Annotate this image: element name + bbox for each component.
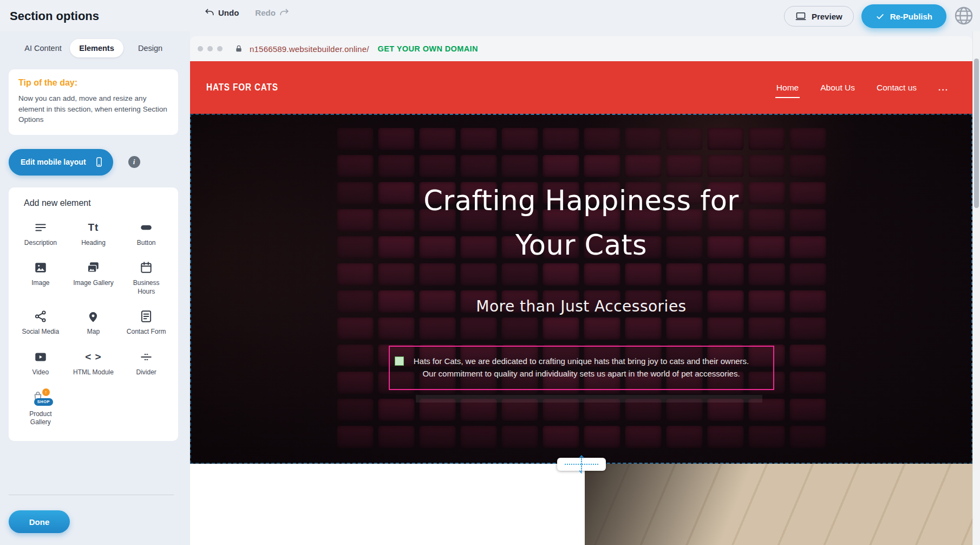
phone-icon [94, 157, 104, 167]
done-button[interactable]: Done [9, 510, 70, 533]
element-contact-form[interactable]: Contact Form [120, 309, 173, 336]
image-gallery-icon [86, 260, 100, 275]
element-image[interactable]: Image [14, 260, 67, 296]
resize-handle[interactable] [395, 356, 404, 366]
window-dot [207, 46, 213, 51]
tip-of-the-day-card: Tip of the day: Now you can add, move an… [9, 69, 178, 135]
element-map[interactable]: Map [67, 309, 120, 336]
hover-highlight-bar [416, 395, 762, 403]
browser-chrome-bar: n1566589.websitebuilder.online/ GET YOUR… [190, 36, 972, 61]
redo-icon [279, 8, 289, 17]
html-module-icon: < > [85, 349, 101, 365]
scrollbar-thumb[interactable] [974, 59, 979, 208]
window-dot [198, 46, 203, 51]
element-label: Social Media [22, 328, 59, 336]
hero-description-selected[interactable]: Hats for Cats, we are dedicated to craft… [389, 346, 774, 390]
edit-mobile-layout-button[interactable]: Edit mobile layout [9, 149, 113, 176]
sidebar-divider [9, 495, 174, 495]
language-globe-button[interactable] [953, 5, 975, 27]
paving-photo [585, 464, 972, 545]
undo-icon [205, 8, 214, 17]
hero-subheading[interactable]: More than Just Accessories [476, 297, 686, 315]
hero-section-selected[interactable]: Crafting Happiness for Your Cats More th… [190, 114, 972, 464]
window-dot [217, 46, 223, 51]
get-domain-link[interactable]: GET YOUR OWN DOMAIN [378, 44, 478, 53]
element-social-media[interactable]: Social Media [14, 309, 67, 336]
site-header: HATS FOR CATS Home About Us Contact us .… [190, 61, 972, 114]
hero-description-line1: Hats for Cats, we are dedicated to craft… [394, 355, 769, 367]
element-label: Map [87, 328, 100, 336]
element-label: Image [31, 279, 49, 288]
website-builder-app: Section options Undo Redo Preview Re-Pub… [0, 0, 980, 545]
topbar-actions: Preview Re-Publish [784, 4, 946, 28]
next-section[interactable] [190, 464, 972, 545]
element-image-gallery[interactable]: Image Gallery [67, 260, 120, 296]
element-label: Business Hours [125, 279, 167, 296]
element-label: Product Gallery [19, 410, 62, 427]
address-bar-url: n1566589.websitebuilder.online/ [250, 44, 369, 54]
element-label: Divider [136, 368, 156, 377]
button-icon [139, 220, 153, 235]
image-icon [34, 260, 48, 275]
description-icon [34, 220, 48, 235]
element-description[interactable]: Description [14, 220, 67, 248]
checkmark-icon [876, 12, 885, 21]
element-heading[interactable]: Tt Heading [67, 220, 120, 248]
section-resize-handle[interactable] [557, 458, 606, 471]
site-nav: Home About Us Contact us ... [775, 80, 950, 96]
add-new-element-panel: Add new element Description Tt Heading B… [9, 187, 178, 441]
hero-description-line2: Our commitment to quality and individual… [394, 367, 769, 380]
lock-icon [234, 44, 243, 53]
element-html-module[interactable]: < > HTML Module [67, 349, 120, 377]
element-label: Button [137, 239, 156, 248]
preview-button[interactable]: Preview [784, 6, 854, 27]
edit-mobile-row: Edit mobile layout i [9, 149, 178, 176]
section-options-sidebar: AI Content Elements Design Tip of the da… [0, 31, 190, 545]
hero-content: Crafting Happiness for Your Cats More th… [190, 114, 972, 464]
window-control-dots [198, 46, 223, 51]
topbar: Section options Undo Redo Preview Re-Pub… [0, 0, 980, 31]
upgrade-badge-icon: ↑ [42, 388, 50, 396]
element-label: Contact Form [127, 328, 166, 336]
hero-heading[interactable]: Crafting Happiness for Your Cats [397, 179, 766, 267]
heading-icon: Tt [88, 220, 99, 235]
editor-canvas: n1566589.websitebuilder.online/ GET YOUR… [190, 31, 972, 545]
element-label: Description [24, 239, 57, 248]
info-icon[interactable]: i [128, 156, 140, 168]
element-product-gallery[interactable]: SHOP ↑ Product Gallery [14, 390, 67, 427]
shop-pill-label: SHOP [34, 398, 53, 406]
tab-design[interactable]: Design [123, 39, 177, 57]
element-label: Image Gallery [73, 279, 114, 288]
redo-label: Redo [255, 8, 276, 17]
element-video[interactable]: Video [14, 349, 67, 377]
element-business-hours[interactable]: Business Hours [120, 260, 173, 296]
tip-title: Tip of the day: [18, 78, 168, 88]
site-logo[interactable]: HATS FOR CATS [206, 82, 278, 93]
undo-button[interactable]: Undo [205, 8, 239, 17]
page-scrollbar [972, 31, 980, 545]
nav-more-menu[interactable]: ... [937, 80, 950, 96]
republish-button[interactable]: Re-Publish [861, 4, 946, 28]
element-grid: Description Tt Heading Button Image Imag… [14, 220, 173, 427]
nav-about-us[interactable]: About Us [819, 80, 856, 96]
element-label: HTML Module [73, 368, 114, 377]
republish-label: Re-Publish [890, 12, 932, 21]
business-hours-icon [139, 260, 153, 275]
product-gallery-icon: SHOP ↑ [31, 390, 50, 406]
site-preview: HATS FOR CATS Home About Us Contact us .… [190, 61, 972, 545]
video-icon [34, 349, 48, 365]
element-divider[interactable]: Divider [120, 349, 173, 377]
nav-contact-us[interactable]: Contact us [876, 80, 918, 96]
map-icon [86, 309, 100, 324]
element-button[interactable]: Button [120, 220, 173, 248]
redo-button[interactable]: Redo [255, 8, 289, 17]
social-media-icon [34, 309, 48, 324]
add-element-title: Add new element [24, 198, 173, 208]
tip-body: Now you can add, move and resize any ele… [18, 93, 168, 125]
nav-home[interactable]: Home [775, 80, 800, 96]
contact-form-icon [139, 309, 153, 324]
tab-elements[interactable]: Elements [70, 39, 123, 57]
undo-label: Undo [218, 8, 239, 17]
tab-ai-content[interactable]: AI Content [16, 39, 70, 57]
page-title: Section options [10, 9, 99, 23]
